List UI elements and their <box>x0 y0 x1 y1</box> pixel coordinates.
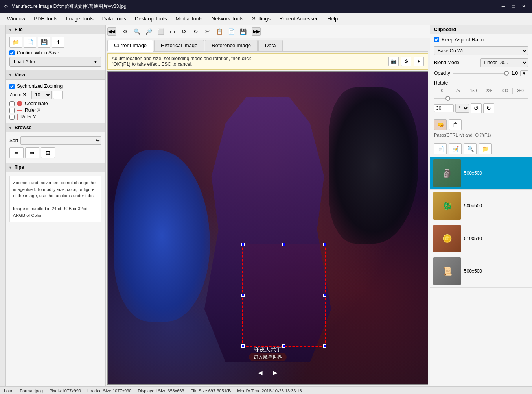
rotate-slider-thumb[interactable] <box>445 96 450 101</box>
toolbar-settings-btn[interactable]: ⚙ <box>120 26 131 37</box>
browse-next-button[interactable]: ⇒ <box>25 147 39 158</box>
menu-media-tools[interactable]: Media Tools <box>171 14 206 23</box>
opacity-slider[interactable] <box>453 70 509 76</box>
instr-icon-btn-1[interactable]: 📷 <box>388 57 399 66</box>
thumbnail-item-2[interactable]: 🐉 500x500 <box>430 190 532 222</box>
toolbar-copy-btn[interactable]: 📋 <box>214 26 225 37</box>
sort-row: Sort Name Date Size <box>9 136 101 145</box>
instr-icon-btn-3[interactable]: ✦ <box>414 57 424 66</box>
toolbar-sep-2 <box>250 27 250 36</box>
tab-data[interactable]: Data <box>258 40 282 51</box>
selection-rectangle[interactable] <box>242 244 326 347</box>
zoom-select[interactable]: 10 25 50 100 <box>31 91 52 99</box>
paste-button[interactable]: 🤜 <box>434 119 447 130</box>
title-bar-controls[interactable]: ─ □ ✕ <box>499 2 528 11</box>
menu-settings[interactable]: Settings <box>248 14 274 23</box>
thumbnail-item-4[interactable]: 📜 500x500 <box>430 255 532 288</box>
tab-reference-image[interactable]: Reference Image <box>205 40 258 51</box>
ruler-y-icon <box>17 114 18 120</box>
toolbar-redo-btn[interactable]: ↻ <box>190 26 201 37</box>
browse-grid-button[interactable]: ⊞ <box>41 147 55 158</box>
toolbar-fit-btn[interactable]: ⬜ <box>155 26 166 37</box>
rotate-ccw-button[interactable]: ↺ <box>471 103 482 113</box>
file-op-edit-btn[interactable]: 📝 <box>449 143 462 154</box>
sort-select[interactable]: Name Date Size <box>20 136 101 145</box>
toolbar-nav-next[interactable]: ▶▶ <box>252 27 261 36</box>
paste-icon-row: 🤜 🗑 <box>434 119 528 130</box>
ruler-x-checkbox[interactable] <box>9 108 15 113</box>
toolbar-save-btn[interactable]: 💾 <box>237 26 249 37</box>
handle-mid-left[interactable] <box>241 294 245 297</box>
toolbar-undo-btn[interactable]: ↺ <box>179 26 190 37</box>
info-button[interactable]: ℹ <box>52 37 64 48</box>
instruction-icon-row: 📷 ⚙ ✦ <box>388 57 424 66</box>
opacity-dropdown-btn[interactable]: ▼ <box>520 70 528 76</box>
load-after-dropdown-icon[interactable]: ▼ <box>90 57 101 66</box>
handle-bottom-right[interactable] <box>323 344 326 348</box>
load-after-button[interactable]: Load After ... ▼ <box>9 57 101 67</box>
menu-window[interactable]: Window <box>3 14 29 23</box>
title-bar: ⚙ Manufacture Image D:\tmp\测试文件\普通图片\yy3… <box>0 0 532 13</box>
instr-icon-btn-2[interactable]: ⚙ <box>401 57 411 66</box>
toolbar-paste-btn[interactable]: 📄 <box>226 26 237 37</box>
close-button[interactable]: ✕ <box>519 2 528 11</box>
scale-tick-75: 75 <box>450 88 466 94</box>
handle-bottom-left[interactable] <box>241 344 245 348</box>
coordinate-checkbox[interactable] <box>9 101 15 106</box>
handle-top-left[interactable] <box>241 243 245 246</box>
tab-historical-image[interactable]: Historical Image <box>154 40 204 51</box>
tab-current-image[interactable]: Current Image <box>107 40 153 52</box>
confirm-when-save-checkbox[interactable] <box>9 50 15 55</box>
handle-top-right[interactable] <box>323 243 326 246</box>
image-next-arrow[interactable]: ► <box>272 369 279 377</box>
save-file-button[interactable]: 💾 <box>38 37 50 48</box>
menu-image-tools[interactable]: Image Tools <box>62 14 98 23</box>
synchronized-zooming-checkbox[interactable] <box>9 84 15 89</box>
new-file-button[interactable]: 📄 <box>24 37 36 48</box>
toolbar-nav-prev[interactable]: ◀◀ <box>107 27 116 36</box>
handle-top-mid[interactable] <box>282 243 285 246</box>
load-after-label: Load After ... <box>10 57 90 66</box>
browse-section-header[interactable]: Browse <box>6 123 105 132</box>
toolbar-zoom-out-btn[interactable]: 🔍 <box>131 26 142 37</box>
coordinate-label: Coordinate <box>25 101 48 106</box>
keep-aspect-ratio-checkbox[interactable] <box>434 37 439 42</box>
rotate-input-field[interactable] <box>434 104 454 112</box>
file-op-new-btn[interactable]: 📄 <box>434 143 447 154</box>
rotate-slider[interactable] <box>434 95 528 102</box>
opacity-label: Opacity <box>434 70 450 76</box>
menu-network-tools[interactable]: Network Tools <box>208 14 247 23</box>
thumbnail-item-3[interactable]: 🪙 510x510 <box>430 222 532 255</box>
blend-mode-select[interactable]: Linear Do... Normal Multiply Screen <box>480 58 528 67</box>
zoom-extra-button[interactable]: ... <box>53 91 63 99</box>
toolbar-zoom-in-btn[interactable]: 🔎 <box>143 26 154 37</box>
base-on-select[interactable]: Base On Wi... Base On Height <box>434 46 528 55</box>
left-scrollbar[interactable] <box>0 25 6 386</box>
thumbnail-image-4: 📜 <box>433 257 461 285</box>
handle-mid-right[interactable] <box>323 294 326 297</box>
ruler-y-checkbox[interactable] <box>9 115 15 120</box>
menu-desktop-tools[interactable]: Desktop Tools <box>131 14 171 23</box>
maximize-button[interactable]: □ <box>509 2 518 11</box>
opacity-slider-thumb[interactable] <box>504 71 509 76</box>
toolbar-rect-btn[interactable]: ▭ <box>167 26 178 37</box>
rotate-unit-select[interactable]: ° <box>455 104 469 113</box>
thumbnail-item-1[interactable]: 🗿 500x500 <box>430 157 532 190</box>
file-op-search-btn[interactable]: 🔍 <box>464 143 477 154</box>
delete-button[interactable]: 🗑 <box>449 119 462 130</box>
tips-section-header[interactable]: Tips <box>6 163 105 172</box>
browse-prev-button[interactable]: ⇐ <box>9 147 24 158</box>
toolbar-cut-btn[interactable]: ✂ <box>202 26 213 37</box>
file-section-header[interactable]: File <box>6 25 105 34</box>
file-op-folder-btn[interactable]: 📁 <box>479 143 492 154</box>
view-section-header[interactable]: View <box>6 70 105 80</box>
menu-pdf-tools[interactable]: PDF Tools <box>30 14 61 23</box>
menu-recent-accessed[interactable]: Recent Accessed <box>275 14 322 23</box>
status-pixels: Pixels:1077x990 <box>49 388 81 393</box>
image-prev-arrow[interactable]: ◄ <box>257 369 264 377</box>
menu-data-tools[interactable]: Data Tools <box>98 14 130 23</box>
rotate-cw-button[interactable]: ↻ <box>483 103 494 113</box>
minimize-button[interactable]: ─ <box>499 2 508 11</box>
open-file-button[interactable]: 📁 <box>9 37 22 48</box>
menu-help[interactable]: Help <box>323 14 342 23</box>
